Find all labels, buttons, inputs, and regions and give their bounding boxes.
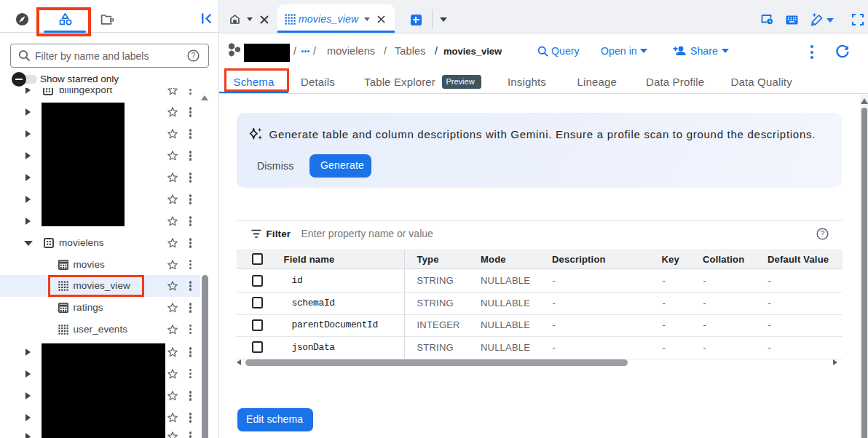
svg-text:?: ?	[192, 51, 196, 60]
svg-text:?: ?	[821, 229, 825, 238]
